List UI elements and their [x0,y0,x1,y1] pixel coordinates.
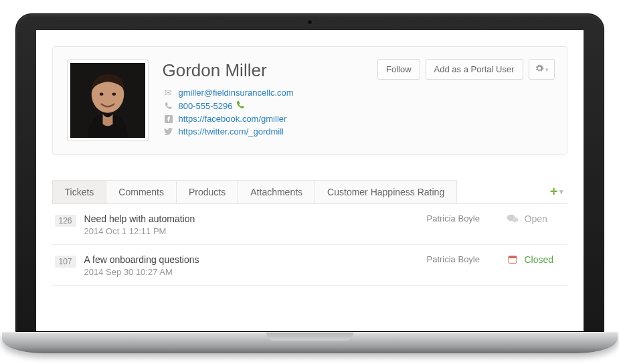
email-icon: ✉ [163,88,175,98]
email-link[interactable]: gmiller@fieldinsurancellc.com [179,88,294,98]
tab-attachments[interactable]: Attachments [238,180,315,203]
contact-phone-row: 800-555-5296 [163,100,553,111]
caret-down-icon: ▾ [559,187,563,196]
profile-card: Gordon Miller ✉ gmiller@fieldinsurancell… [52,46,567,155]
priority-icon [501,254,525,268]
add-portal-user-button[interactable]: Add as a Portal User [426,59,523,80]
ticket-title: A few onboarding questions [84,254,427,265]
ticket-list: 126Need help with automation2014 Oct 1 1… [52,204,567,286]
phone-link[interactable]: 800-555-5296 [179,101,233,111]
ticket-row[interactable]: 107A few onboarding questions2014 Sep 30… [52,245,567,286]
tab-customer-happiness-rating[interactable]: Customer Happiness Rating [315,180,457,203]
settings-menu-button[interactable]: ▾ [529,59,555,80]
twitter-icon [163,128,175,135]
ticket-status: Closed [525,254,565,265]
gear-icon [535,64,544,75]
svg-point-3 [112,93,116,96]
twitter-link[interactable]: https://twitter.com/_gordmill [179,126,284,136]
ticket-row[interactable]: 126Need help with automation2014 Oct 1 1… [52,204,567,245]
ticket-id: 107 [55,256,76,268]
ticket-assignee: Patricia Boyle [427,254,501,264]
tab-products[interactable]: Products [176,180,238,203]
laptop-camera [307,19,313,25]
svg-point-2 [99,93,103,96]
ticket-assignee: Patricia Boyle [427,213,501,223]
phone-icon [163,102,175,110]
ticket-date: 2014 Oct 1 12:11 PM [84,226,427,236]
add-tab-button[interactable]: +▾ [546,180,567,203]
tabs: TicketsCommentsProductsAttachmentsCustom… [52,180,567,204]
contact-twitter-row: https://twitter.com/_gordmill [163,126,553,136]
svg-point-6 [512,217,518,223]
contact-email-row: ✉ gmiller@fieldinsurancellc.com [163,88,553,98]
ticket-title: Need help with automation [84,213,427,224]
svg-rect-8 [509,256,517,258]
ticket-id: 126 [55,215,76,227]
plus-icon: + [550,184,558,199]
call-icon[interactable] [236,100,245,111]
facebook-icon [163,115,175,123]
tab-comments[interactable]: Comments [106,180,177,203]
caret-down-icon: ▾ [545,66,549,73]
follow-button[interactable]: Follow [377,59,420,80]
comment-icon [501,213,525,227]
facebook-link[interactable]: https://facebook.com/gmiller [179,114,287,124]
avatar [68,60,148,141]
contact-facebook-row: https://facebook.com/gmiller [163,114,553,124]
ticket-status: Open [525,213,565,224]
laptop-base [2,332,618,353]
tab-tickets[interactable]: Tickets [52,180,107,203]
ticket-date: 2014 Sep 30 10:27 AM [84,267,427,277]
